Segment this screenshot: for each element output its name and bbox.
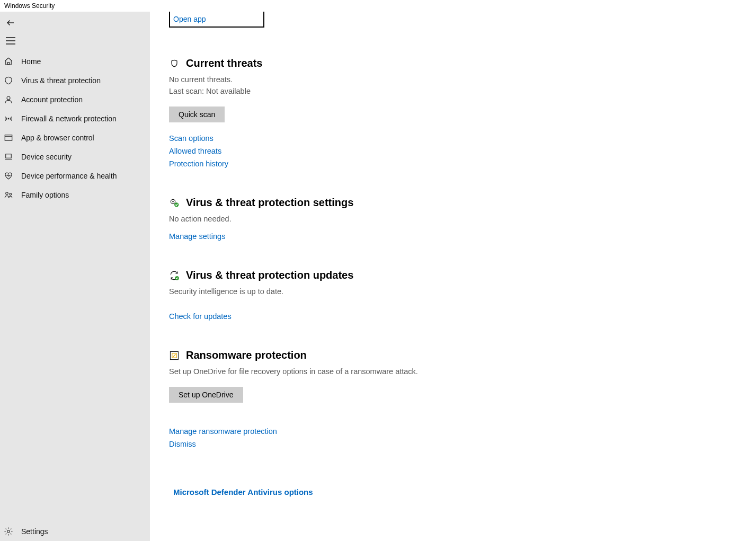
gear-icon [3, 526, 14, 537]
sidebar: Home Virus & threat protection Account p… [0, 12, 150, 541]
sidebar-item-home[interactable]: Home [0, 52, 150, 71]
svg-point-12 [7, 530, 10, 533]
svg-point-10 [6, 192, 8, 195]
sidebar-item-label: Settings [21, 527, 48, 536]
family-icon [3, 190, 14, 200]
svg-rect-7 [5, 135, 12, 141]
sidebar-item-label: Firewall & network protection [21, 114, 117, 123]
sidebar-item-settings[interactable]: Settings [0, 522, 150, 541]
shield-icon [3, 75, 14, 86]
hamburger-button[interactable] [0, 32, 21, 50]
sidebar-item-label: Home [21, 57, 41, 66]
sidebar-item-label: App & browser control [21, 134, 94, 142]
heart-icon [3, 171, 14, 181]
svg-rect-4 [8, 63, 10, 65]
ransomware-section: Ransomware protection Set up OneDrive fo… [169, 349, 616, 448]
updates-status-text: Security intelligence is up to date. [169, 286, 616, 297]
ransomware-icon [169, 350, 180, 361]
window-title: Windows Security [4, 2, 55, 10]
section-heading: Virus & threat protection updates [186, 269, 353, 281]
title-bar: Windows Security [0, 0, 756, 12]
protection-history-link[interactable]: Protection history [169, 159, 616, 168]
sidebar-item-label: Family options [21, 191, 69, 199]
defender-options-expander[interactable]: Microsoft Defender Antivirus options [173, 487, 616, 496]
open-app-button[interactable]: Open app [169, 12, 264, 28]
protection-settings-section: Virus & threat protection settings No ac… [169, 197, 616, 241]
current-threats-section: Current threats No current threats. Last… [169, 57, 616, 168]
ransomware-desc-text: Set up OneDrive for file recovery option… [169, 366, 616, 377]
svg-point-5 [7, 96, 10, 100]
section-heading: Current threats [186, 57, 262, 69]
section-heading: Ransomware protection [186, 349, 307, 361]
svg-rect-9 [6, 154, 12, 158]
sidebar-item-label: Device performance & health [21, 172, 117, 180]
sidebar-item-firewall[interactable]: Firewall & network protection [0, 109, 150, 128]
threat-history-icon [169, 58, 180, 69]
open-app-label: Open app [173, 15, 206, 23]
manage-settings-link[interactable]: Manage settings [169, 232, 616, 241]
manage-ransomware-link[interactable]: Manage ransomware protection [169, 427, 616, 436]
settings-status-text: No action needed. [169, 213, 616, 225]
person-icon [3, 94, 14, 105]
home-icon [3, 56, 14, 67]
update-check-icon [169, 270, 180, 281]
sidebar-item-performance[interactable]: Device performance & health [0, 166, 150, 185]
sidebar-item-label: Account protection [21, 95, 83, 104]
sidebar-item-label: Virus & threat protection [21, 76, 101, 85]
laptop-icon [3, 152, 14, 162]
main-content: Open app Current threats No current thre… [150, 12, 756, 541]
sidebar-item-virus-threat[interactable]: Virus & threat protection [0, 71, 150, 90]
hamburger-icon [6, 37, 15, 45]
allowed-threats-link[interactable]: Allowed threats [169, 147, 616, 155]
setup-onedrive-button[interactable]: Set up OneDrive [169, 387, 243, 403]
no-threats-text: No current threats. [169, 74, 616, 85]
back-button[interactable] [0, 14, 21, 32]
window-icon [3, 132, 14, 143]
sidebar-item-device-security[interactable]: Device security [0, 147, 150, 166]
section-heading: Virus & threat protection settings [186, 197, 353, 209]
svg-point-11 [10, 193, 12, 196]
sidebar-item-label: Device security [21, 153, 72, 161]
svg-point-14 [172, 201, 174, 202]
dismiss-link[interactable]: Dismiss [169, 440, 616, 448]
protection-updates-section: Virus & threat protection updates Securi… [169, 269, 616, 321]
svg-point-6 [8, 118, 9, 119]
sidebar-item-family[interactable]: Family options [0, 185, 150, 205]
settings-check-icon [169, 198, 180, 208]
scan-options-link[interactable]: Scan options [169, 134, 616, 143]
quick-scan-button[interactable]: Quick scan [169, 107, 225, 122]
broadcast-icon [3, 113, 14, 124]
sidebar-item-app-browser[interactable]: App & browser control [0, 128, 150, 147]
last-scan-text: Last scan: Not available [169, 85, 616, 97]
sidebar-item-account[interactable]: Account protection [0, 90, 150, 109]
check-updates-link[interactable]: Check for updates [169, 312, 616, 321]
arrow-left-icon [6, 18, 15, 28]
